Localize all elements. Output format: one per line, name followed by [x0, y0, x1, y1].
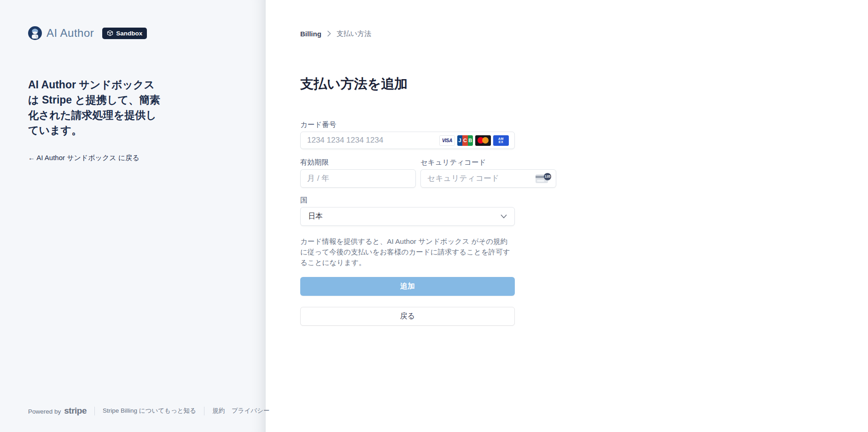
country-select[interactable]: 日本 — [300, 207, 515, 226]
card-number-input[interactable] — [301, 132, 439, 149]
jcb-icon-letter: B — [468, 135, 473, 146]
expiry-field — [300, 169, 416, 188]
stripe-logo: stripe — [64, 406, 87, 416]
stripe-billing-learn-more-link[interactable]: Stripe Billing についてもっと知る — [103, 407, 196, 415]
breadcrumb-billing[interactable]: Billing — [300, 30, 321, 38]
ai-author-logo-icon — [28, 26, 42, 40]
footer-divider — [94, 407, 95, 415]
sandbox-badge-label: Sandbox — [116, 30, 142, 37]
brand-header: AI Author Sandbox — [28, 26, 147, 40]
breadcrumb-payment-method: 支払い方法 — [337, 29, 371, 38]
sidebar: AI Author Sandbox AI Author サンドボックス は St… — [0, 0, 266, 432]
cvc-input[interactable] — [421, 170, 536, 187]
payment-method-form: カード番号 VISA J C B AM — [300, 120, 515, 326]
go-back-button[interactable]: 戻る — [300, 307, 515, 326]
chevron-right-icon — [327, 30, 331, 37]
back-to-merchant-link[interactable]: ← AI Author サンドボックス に戻る — [28, 154, 140, 162]
cvc-card-icon: 135 — [536, 173, 551, 184]
privacy-link[interactable]: プライバシー — [232, 407, 270, 415]
accepted-card-brands: VISA J C B AM EX — [439, 135, 514, 146]
mastercard-icon — [475, 135, 491, 146]
jcb-icon-letter: C — [462, 135, 467, 146]
visa-icon: VISA — [439, 135, 455, 146]
jcb-icon-letter: J — [457, 135, 462, 146]
page-title: 支払い方法を追加 — [300, 75, 515, 93]
chevron-down-icon — [501, 214, 507, 219]
card-number-label: カード番号 — [300, 120, 515, 130]
powered-by-label: Powered by — [28, 408, 61, 415]
country-label: 国 — [300, 195, 515, 205]
visa-icon-text: VISA — [442, 138, 452, 143]
expiry-input[interactable] — [301, 170, 415, 187]
sidebar-pitch-text: AI Author サンドボックス は Stripe と提携して、簡素化された請… — [28, 77, 162, 138]
expiry-label: 有効期限 — [300, 157, 416, 167]
sidebar-footer: Powered by stripe Stripe Billing についてもっと… — [28, 406, 269, 416]
cvc-field: 135 — [420, 169, 556, 188]
sandbox-badge: Sandbox — [102, 28, 147, 39]
jcb-icon: J C B — [457, 135, 473, 146]
powered-by-stripe[interactable]: Powered by stripe — [28, 406, 87, 416]
amex-icon: AM EX — [493, 135, 509, 146]
breadcrumb: Billing 支払い方法 — [300, 29, 515, 39]
amex-icon-text: EX — [499, 140, 503, 144]
card-number-field: VISA J C B AM EX — [300, 132, 515, 149]
main-panel: Billing 支払い方法 支払い方法を追加 カード番号 VISA J C B — [266, 0, 868, 432]
footer-divider — [204, 407, 204, 415]
add-payment-method-button[interactable]: 追加 — [300, 277, 515, 296]
terms-link[interactable]: 規約 — [212, 407, 225, 415]
authorization-legal-text: カード情報を提供すると、AI Author サンドボックス がその規約に従って今… — [300, 236, 515, 268]
sandbox-box-icon — [107, 30, 113, 36]
brand-name: AI Author — [47, 27, 94, 40]
cvc-label: セキュリティコード — [420, 157, 556, 167]
amex-icon-text: AM — [498, 137, 504, 140]
cvc-digits-badge: 135 — [544, 173, 551, 180]
country-selected-value: 日本 — [308, 212, 323, 221]
